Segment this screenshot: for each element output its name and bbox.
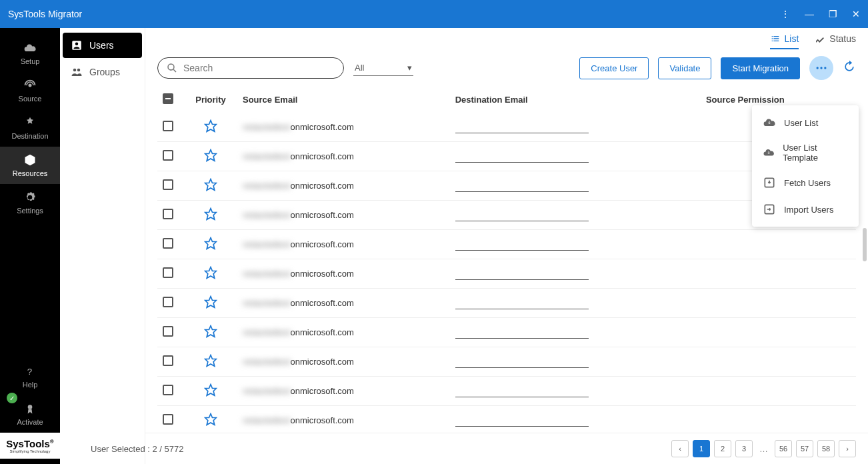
destination-input[interactable] <box>455 327 589 339</box>
sidebar-item-help[interactable]: ? Help <box>0 358 60 395</box>
subtab-groups[interactable]: Groups <box>63 59 142 85</box>
maximize-icon[interactable]: ❐ <box>829 9 837 19</box>
source-email-cell: redactedtextonmicrosoft.com <box>237 142 450 171</box>
sidebar-item-setup[interactable]: Setup <box>0 35 60 72</box>
row-checkbox[interactable] <box>163 297 173 307</box>
tab-label: List <box>785 33 799 44</box>
tab-list[interactable]: List <box>770 33 799 49</box>
svg-point-9 <box>817 67 819 69</box>
row-checkbox[interactable] <box>163 209 173 219</box>
page-57[interactable]: 57 <box>796 440 813 457</box>
sidebar-item-source[interactable]: Source <box>0 72 60 109</box>
badge-icon <box>23 402 37 415</box>
search-input-wrap[interactable] <box>157 57 344 79</box>
destination-input[interactable] <box>455 297 589 309</box>
cloud-icon <box>23 41 37 55</box>
page-next[interactable]: › <box>839 440 856 457</box>
menu-item-import-users[interactable]: Import Users <box>752 196 859 223</box>
sidebar-item-destination[interactable]: Destination <box>0 109 60 147</box>
sidebar-label: Source <box>19 95 42 103</box>
row-checkbox[interactable] <box>163 150 173 161</box>
page-2[interactable]: 2 <box>714 440 731 457</box>
search-input[interactable] <box>183 63 335 73</box>
subtab-users[interactable]: Users <box>63 33 142 58</box>
source-email-cell: redactedtextonmicrosoft.com <box>237 377 450 406</box>
row-checkbox[interactable] <box>163 179 173 190</box>
priority-star[interactable] <box>204 389 217 399</box>
sidebar-label: Destination <box>11 132 48 140</box>
destination-email-cell <box>450 377 701 406</box>
destination-input[interactable] <box>455 385 589 397</box>
destination-input[interactable] <box>455 415 589 427</box>
cloud-download-icon <box>763 146 775 159</box>
row-checkbox[interactable] <box>163 385 173 395</box>
sidebar-item-activate[interactable]: ✓ Activate <box>0 395 60 433</box>
row-checkbox[interactable] <box>163 267 173 278</box>
create-user-button[interactable]: Create User <box>579 57 649 79</box>
priority-star[interactable] <box>204 183 217 193</box>
users-table: Priority Source Email Destination Email … <box>157 87 856 464</box>
row-checkbox[interactable] <box>163 238 173 249</box>
priority-star[interactable] <box>204 213 217 223</box>
destination-email-cell <box>450 171 701 201</box>
select-all-checkbox[interactable] <box>163 93 173 104</box>
start-migration-button[interactable]: Start Migration <box>721 57 800 79</box>
menu-item-user-list[interactable]: User List <box>752 109 859 136</box>
svg-point-2 <box>28 405 33 409</box>
row-checkbox[interactable] <box>163 414 173 425</box>
destination-input[interactable] <box>455 151 589 163</box>
priority-star[interactable] <box>204 418 217 428</box>
priority-star[interactable] <box>204 301 217 311</box>
close-icon[interactable]: ✕ <box>852 9 860 19</box>
subtab-label: Groups <box>89 67 120 77</box>
validate-button[interactable]: Validate <box>658 57 711 79</box>
box-icon <box>23 153 37 167</box>
destination-input[interactable] <box>455 268 589 280</box>
priority-star[interactable] <box>204 125 217 135</box>
sidebar-item-settings[interactable]: Settings <box>0 184 60 221</box>
more-vert-icon[interactable]: ⋮ <box>781 9 790 19</box>
page-3[interactable]: 3 <box>735 440 753 457</box>
table-row: redactedtextonmicrosoft.com <box>157 406 856 435</box>
source-permission-cell <box>701 318 856 347</box>
source-email-cell: redactedtextonmicrosoft.com <box>237 171 450 201</box>
refresh-button[interactable] <box>843 60 856 76</box>
priority-star[interactable] <box>204 242 217 252</box>
priority-star[interactable] <box>204 154 217 164</box>
destination-input[interactable] <box>455 209 589 221</box>
destination-email-cell <box>450 201 701 230</box>
titlebar: SysTools Migrator ⋮ — ❐ ✕ <box>0 0 868 28</box>
table-row: redactedtextonmicrosoft.com <box>157 201 856 230</box>
page-58[interactable]: 58 <box>817 440 835 457</box>
priority-star[interactable] <box>204 330 217 340</box>
menu-label: User List <box>784 118 818 128</box>
menu-item-fetch-users[interactable]: Fetch Users <box>752 169 859 196</box>
tab-status[interactable]: Status <box>815 33 856 49</box>
target-icon <box>23 116 37 129</box>
col-source-email: Source Email <box>237 87 450 113</box>
sidebar-label: Resources <box>13 169 48 177</box>
row-checkbox[interactable] <box>163 355 173 366</box>
more-actions-button[interactable] <box>809 56 833 80</box>
destination-input[interactable] <box>455 121 589 133</box>
minimize-icon[interactable]: — <box>805 9 814 19</box>
priority-star[interactable] <box>204 359 217 369</box>
priority-star[interactable] <box>204 271 217 281</box>
row-checkbox[interactable] <box>163 121 173 131</box>
scrollbar[interactable] <box>863 228 867 261</box>
destination-input[interactable] <box>455 239 589 251</box>
page-prev[interactable]: ‹ <box>671 440 689 457</box>
fetch-icon <box>763 176 776 189</box>
footer: User Selected : 2 / 5772 ‹ 123 … 565758 … <box>145 433 868 464</box>
destination-input[interactable] <box>455 356 589 368</box>
svg-text:?: ? <box>27 367 32 377</box>
app-title: SysTools Migrator <box>8 9 82 19</box>
destination-input[interactable] <box>455 180 589 192</box>
page-56[interactable]: 56 <box>775 440 792 457</box>
sidebar-item-resources[interactable]: Resources <box>0 147 60 184</box>
menu-item-user-list-template[interactable]: User List Template <box>752 136 859 169</box>
row-checkbox[interactable] <box>163 326 173 337</box>
page-1[interactable]: 1 <box>693 440 710 457</box>
refresh-icon <box>843 60 856 73</box>
filter-select[interactable]: All ▾ <box>353 60 413 76</box>
